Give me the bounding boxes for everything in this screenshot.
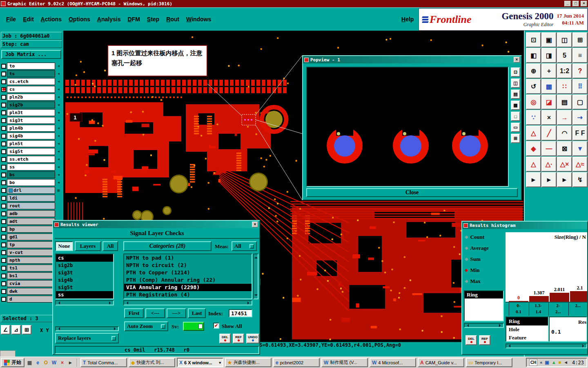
category-item[interactable]: NPTH to pad (1) (124, 254, 252, 262)
select-cursor-2-icon[interactable]: ► (541, 172, 557, 187)
layer-arrow-icon[interactable]: ◄ (56, 72, 61, 76)
category-item[interactable]: PTH Registration (4) (124, 291, 252, 298)
layer-arrow-icon[interactable]: ◄ (56, 111, 61, 114)
layer-row[interactable]: ss.etch ◄ (0, 155, 63, 163)
layer-row[interactable]: ldi (0, 194, 63, 202)
pan-right-icon[interactable]: ◨ (541, 48, 557, 63)
arc-icon[interactable]: ◠ (557, 126, 572, 141)
grid-snap-icon[interactable]: ▦ (541, 79, 557, 94)
taskbar-button[interactable]: e pcbnet2002 (273, 358, 320, 367)
dotted-frame-icon[interactable]: ▢ (572, 94, 588, 110)
box-select-icon[interactable]: ⊠ (557, 141, 572, 156)
taskbar-button[interactable]: A CAM_Guide v... (418, 358, 464, 367)
stat-option[interactable]: ◆ Average (463, 242, 504, 254)
index-field[interactable]: 17451 (229, 309, 252, 317)
next-button[interactable]: ---> (167, 308, 186, 318)
layer-list-icon[interactable]: ≡ (572, 48, 588, 63)
layer-context-checkbox[interactable] (1, 180, 6, 185)
pad-move-icon[interactable]: ◆ (526, 141, 541, 156)
title-bar[interactable]: Graphic Editor 9.02c2 (OO@HY-HYCAM-PC048… (0, 0, 588, 7)
layer-context-checkbox[interactable] (1, 242, 6, 247)
layer-context-checkbox[interactable] (1, 219, 6, 224)
layer-context-checkbox[interactable] (1, 281, 6, 286)
taskbar-button[interactable]: T Total Comma... (80, 358, 127, 367)
delete-feature-icon[interactable]: × (541, 110, 557, 125)
popview-title-bar[interactable]: Popview - 1 × (303, 56, 521, 63)
series-scrollbar[interactable] (464, 323, 504, 328)
filter-none-button[interactable]: None (55, 241, 73, 251)
tray-volume-icon[interactable]: ◄ (564, 360, 568, 365)
corner-icon[interactable]: ◪ (541, 94, 557, 110)
layer-arrow-icon[interactable]: ◄ (56, 181, 61, 184)
categories-hscrollbar[interactable] (123, 300, 252, 305)
close-icon[interactable]: × (581, 1, 587, 7)
grid-toggle-icon[interactable]: ⊞ (22, 325, 31, 334)
prev-button[interactable]: <--- (145, 308, 165, 318)
layers-list-item[interactable]: sig4b (56, 276, 113, 284)
layer-context-checkbox[interactable] (1, 227, 6, 232)
target-icon[interactable]: ◎ (526, 94, 541, 110)
stat-option[interactable]: ◆ Max (463, 276, 504, 287)
line-width-icon[interactable]: — (541, 141, 557, 156)
layer-context-checkbox[interactable] (1, 204, 6, 209)
layer-context-checkbox[interactable] (1, 173, 6, 177)
histogram-delete-button[interactable]: DEL (466, 335, 477, 345)
layer-context-checkbox[interactable] (1, 134, 6, 139)
layer-row[interactable]: to ◄ (0, 62, 63, 70)
results-viewer-title-bar[interactable]: Results viewer × (53, 221, 259, 228)
ql-outlook-icon[interactable]: O (42, 360, 49, 366)
layer-context-checkbox[interactable] (1, 250, 6, 255)
pv-zoom-icon[interactable]: ⊡ (511, 67, 520, 77)
ql-word-icon[interactable]: W (51, 360, 58, 366)
categories-scrollbar[interactable] (253, 254, 258, 299)
menu-item[interactable]: Step (147, 16, 159, 22)
pv-tile-icon[interactable]: ⊞ (511, 134, 520, 143)
layer-context-checkbox[interactable] (1, 297, 6, 302)
reference-button[interactable]: REF (233, 334, 244, 343)
layer-arrow-icon[interactable]: ▦ (56, 188, 61, 192)
redraw-icon[interactable]: ↺ (526, 79, 541, 94)
drc-triangle-1-icon[interactable]: △ (526, 157, 541, 172)
measure-type-item[interactable]: Feature (506, 334, 548, 342)
ql-ie-icon[interactable]: e (34, 360, 41, 366)
layers-list-item[interactable]: sig3t (56, 269, 113, 276)
layer-context-checkbox[interactable] (1, 141, 6, 146)
layer-context-checkbox[interactable] (1, 103, 6, 108)
layer-row[interactable]: drl ▦ (0, 186, 63, 194)
reroute-icon[interactable]: ↯ (572, 172, 588, 187)
zoom-1-2-icon[interactable]: 1:2 (557, 63, 572, 79)
layer-row[interactable]: sig5t ◄ (0, 148, 63, 155)
popview-close-icon[interactable]: × (514, 57, 520, 63)
layer-row[interactable]: bs ◄ (0, 171, 63, 179)
menu-item[interactable]: DFM (127, 16, 140, 22)
series-item[interactable]: Ring (465, 291, 503, 298)
auto-zoom-dropdown[interactable]: Auto Zoom (124, 321, 168, 331)
layer-context-checkbox[interactable] (1, 95, 6, 100)
tray-ime-icon[interactable]: ■ (559, 360, 561, 365)
popview-close-button[interactable]: Close (306, 188, 518, 197)
layer-arrow-icon[interactable]: ◄ (56, 64, 61, 68)
drc-triangle-4-icon[interactable]: △≈ (572, 157, 588, 172)
layer-row[interactable]: sig2b ◄ (0, 101, 63, 109)
pv-pan-icon[interactable]: ◫ (511, 79, 520, 88)
tray-display-icon[interactable]: ▣ (545, 360, 549, 365)
filter-all-button[interactable]: All (102, 241, 118, 251)
menu-item[interactable]: Analysis (97, 16, 121, 22)
layers-list-item[interactable]: cs (56, 254, 113, 262)
job-matrix-button[interactable]: Job Matrix ... (1, 50, 61, 59)
ql-show-desktop-icon[interactable]: ► (67, 360, 74, 366)
layer-arrow-icon[interactable]: ◄ (56, 165, 61, 169)
pv-layers-icon[interactable]: ▤ (511, 90, 520, 99)
layer-context-checkbox[interactable] (1, 258, 6, 263)
layer-context-checkbox[interactable] (1, 118, 6, 123)
screen-icon[interactable]: ▣ (541, 32, 557, 47)
help-icon[interactable]: ? (572, 63, 588, 79)
menu-item[interactable]: Windows (186, 16, 211, 22)
layer-context-checkbox[interactable] (1, 72, 6, 76)
measure-slope-icon[interactable]: ⊿ (11, 325, 21, 334)
slash-icon[interactable]: ╱ (541, 126, 557, 141)
layer-context-checkbox[interactable] (1, 87, 6, 92)
layer-row[interactable]: pln2b ◄ (0, 93, 63, 101)
taskbar-button[interactable]: W 4 Microsof... (370, 358, 416, 367)
layer-arrow-icon[interactable]: ◄ (56, 88, 61, 91)
